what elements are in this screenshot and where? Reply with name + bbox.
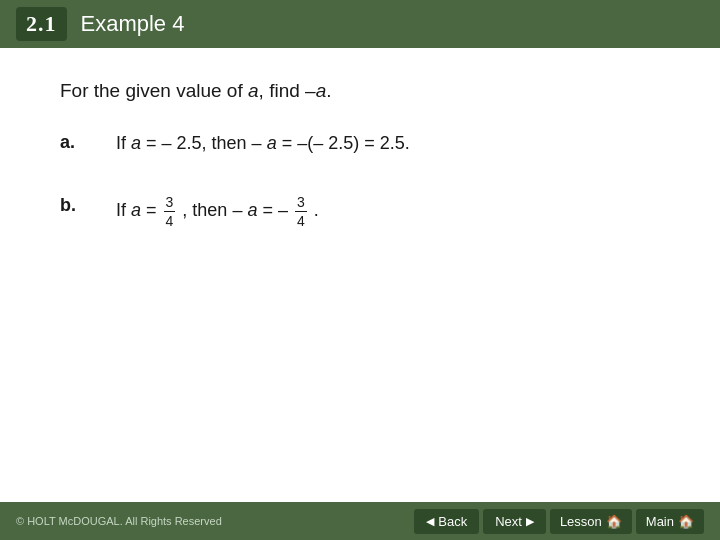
next-button[interactable]: Next ▶	[483, 509, 546, 534]
part-b-content: If a = 3 4 , then – a = – 3 4 .	[116, 193, 319, 230]
main-button[interactable]: Main 🏠	[636, 509, 704, 534]
lesson-label: Lesson	[560, 514, 602, 529]
example-title: Example 4	[81, 11, 185, 37]
main-content: For the given value of a, find –a. a. If…	[0, 48, 720, 286]
fraction-1-numerator: 3	[164, 193, 176, 212]
part-a-label: a.	[60, 132, 100, 153]
copyright-text: © HOLT McDOUGAL. All Rights Reserved	[16, 515, 222, 527]
lesson-home-icon: 🏠	[606, 514, 622, 529]
fraction-2-numerator: 3	[295, 193, 307, 212]
header-bar: 2.1 Example 4	[0, 0, 720, 48]
nav-buttons: ◀ Back Next ▶ Lesson 🏠 Main 🏠	[414, 509, 704, 534]
part-b-label: b.	[60, 195, 100, 216]
part-a-content: If a = – 2.5, then – a = –(– 2.5) = 2.5.	[116, 130, 410, 157]
part-a-row: a. If a = – 2.5, then – a = –(– 2.5) = 2…	[60, 130, 660, 157]
problem-intro: For the given value of a, find –a.	[60, 80, 660, 102]
main-home-icon: 🏠	[678, 514, 694, 529]
section-badge: 2.1	[16, 7, 67, 41]
lesson-button[interactable]: Lesson 🏠	[550, 509, 632, 534]
back-arrow-icon: ◀	[426, 515, 434, 528]
next-arrow-icon: ▶	[526, 515, 534, 528]
fraction-2: 3 4	[295, 193, 307, 230]
next-label: Next	[495, 514, 522, 529]
back-label: Back	[438, 514, 467, 529]
back-button[interactable]: ◀ Back	[414, 509, 479, 534]
footer-bar: © HOLT McDOUGAL. All Rights Reserved ◀ B…	[0, 502, 720, 540]
main-label: Main	[646, 514, 674, 529]
part-b-row: b. If a = 3 4 , then – a = – 3 4 .	[60, 193, 660, 230]
fraction-1: 3 4	[164, 193, 176, 230]
fraction-2-denominator: 4	[295, 212, 307, 230]
fraction-1-denominator: 4	[164, 212, 176, 230]
